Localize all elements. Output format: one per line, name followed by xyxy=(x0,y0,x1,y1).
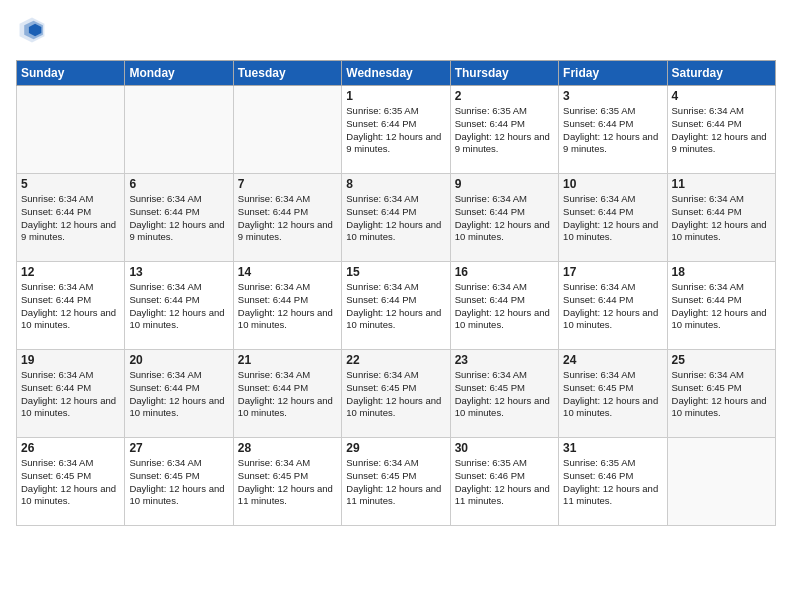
table-row xyxy=(125,86,233,174)
calendar-week-row: 5Sunrise: 6:34 AMSunset: 6:44 PMDaylight… xyxy=(17,174,776,262)
cell-info: Sunrise: 6:34 AMSunset: 6:44 PMDaylight:… xyxy=(346,193,445,244)
day-number: 23 xyxy=(455,353,554,367)
logo-icon xyxy=(18,16,46,44)
day-number: 11 xyxy=(672,177,771,191)
day-number: 1 xyxy=(346,89,445,103)
day-number: 6 xyxy=(129,177,228,191)
table-row xyxy=(17,86,125,174)
col-wednesday: Wednesday xyxy=(342,61,450,86)
table-row: 16Sunrise: 6:34 AMSunset: 6:44 PMDayligh… xyxy=(450,262,558,350)
day-number: 14 xyxy=(238,265,337,279)
cell-info: Sunrise: 6:34 AMSunset: 6:44 PMDaylight:… xyxy=(563,193,662,244)
table-row xyxy=(667,438,775,526)
table-row: 9Sunrise: 6:34 AMSunset: 6:44 PMDaylight… xyxy=(450,174,558,262)
col-monday: Monday xyxy=(125,61,233,86)
day-number: 17 xyxy=(563,265,662,279)
cell-info: Sunrise: 6:35 AMSunset: 6:44 PMDaylight:… xyxy=(563,105,662,156)
cell-info: Sunrise: 6:34 AMSunset: 6:44 PMDaylight:… xyxy=(455,281,554,332)
cell-info: Sunrise: 6:34 AMSunset: 6:44 PMDaylight:… xyxy=(129,281,228,332)
cell-info: Sunrise: 6:34 AMSunset: 6:44 PMDaylight:… xyxy=(129,193,228,244)
cell-info: Sunrise: 6:34 AMSunset: 6:44 PMDaylight:… xyxy=(238,369,337,420)
day-number: 26 xyxy=(21,441,120,455)
day-number: 5 xyxy=(21,177,120,191)
cell-info: Sunrise: 6:35 AMSunset: 6:46 PMDaylight:… xyxy=(455,457,554,508)
cell-info: Sunrise: 6:34 AMSunset: 6:44 PMDaylight:… xyxy=(129,369,228,420)
cell-info: Sunrise: 6:34 AMSunset: 6:45 PMDaylight:… xyxy=(672,369,771,420)
table-row: 4Sunrise: 6:34 AMSunset: 6:44 PMDaylight… xyxy=(667,86,775,174)
calendar-header-row: Sunday Monday Tuesday Wednesday Thursday… xyxy=(17,61,776,86)
table-row: 30Sunrise: 6:35 AMSunset: 6:46 PMDayligh… xyxy=(450,438,558,526)
day-number: 27 xyxy=(129,441,228,455)
col-friday: Friday xyxy=(559,61,667,86)
day-number: 21 xyxy=(238,353,337,367)
page-header xyxy=(16,16,776,48)
cell-info: Sunrise: 6:35 AMSunset: 6:44 PMDaylight:… xyxy=(346,105,445,156)
day-number: 29 xyxy=(346,441,445,455)
cell-info: Sunrise: 6:34 AMSunset: 6:44 PMDaylight:… xyxy=(238,193,337,244)
table-row xyxy=(233,86,341,174)
table-row: 19Sunrise: 6:34 AMSunset: 6:44 PMDayligh… xyxy=(17,350,125,438)
logo xyxy=(16,16,50,48)
calendar-table: Sunday Monday Tuesday Wednesday Thursday… xyxy=(16,60,776,526)
table-row: 27Sunrise: 6:34 AMSunset: 6:45 PMDayligh… xyxy=(125,438,233,526)
day-number: 15 xyxy=(346,265,445,279)
day-number: 31 xyxy=(563,441,662,455)
cell-info: Sunrise: 6:34 AMSunset: 6:45 PMDaylight:… xyxy=(563,369,662,420)
day-number: 8 xyxy=(346,177,445,191)
table-row: 24Sunrise: 6:34 AMSunset: 6:45 PMDayligh… xyxy=(559,350,667,438)
day-number: 22 xyxy=(346,353,445,367)
cell-info: Sunrise: 6:35 AMSunset: 6:44 PMDaylight:… xyxy=(455,105,554,156)
day-number: 4 xyxy=(672,89,771,103)
cell-info: Sunrise: 6:34 AMSunset: 6:44 PMDaylight:… xyxy=(455,193,554,244)
day-number: 9 xyxy=(455,177,554,191)
cell-info: Sunrise: 6:34 AMSunset: 6:44 PMDaylight:… xyxy=(563,281,662,332)
col-tuesday: Tuesday xyxy=(233,61,341,86)
day-number: 19 xyxy=(21,353,120,367)
day-number: 12 xyxy=(21,265,120,279)
cell-info: Sunrise: 6:35 AMSunset: 6:46 PMDaylight:… xyxy=(563,457,662,508)
cell-info: Sunrise: 6:34 AMSunset: 6:44 PMDaylight:… xyxy=(346,281,445,332)
table-row: 22Sunrise: 6:34 AMSunset: 6:45 PMDayligh… xyxy=(342,350,450,438)
table-row: 31Sunrise: 6:35 AMSunset: 6:46 PMDayligh… xyxy=(559,438,667,526)
table-row: 5Sunrise: 6:34 AMSunset: 6:44 PMDaylight… xyxy=(17,174,125,262)
day-number: 18 xyxy=(672,265,771,279)
cell-info: Sunrise: 6:34 AMSunset: 6:45 PMDaylight:… xyxy=(346,369,445,420)
cell-info: Sunrise: 6:34 AMSunset: 6:44 PMDaylight:… xyxy=(21,369,120,420)
table-row: 29Sunrise: 6:34 AMSunset: 6:45 PMDayligh… xyxy=(342,438,450,526)
table-row: 14Sunrise: 6:34 AMSunset: 6:44 PMDayligh… xyxy=(233,262,341,350)
table-row: 12Sunrise: 6:34 AMSunset: 6:44 PMDayligh… xyxy=(17,262,125,350)
table-row: 18Sunrise: 6:34 AMSunset: 6:44 PMDayligh… xyxy=(667,262,775,350)
calendar-week-row: 1Sunrise: 6:35 AMSunset: 6:44 PMDaylight… xyxy=(17,86,776,174)
day-number: 25 xyxy=(672,353,771,367)
table-row: 7Sunrise: 6:34 AMSunset: 6:44 PMDaylight… xyxy=(233,174,341,262)
table-row: 20Sunrise: 6:34 AMSunset: 6:44 PMDayligh… xyxy=(125,350,233,438)
table-row: 1Sunrise: 6:35 AMSunset: 6:44 PMDaylight… xyxy=(342,86,450,174)
table-row: 10Sunrise: 6:34 AMSunset: 6:44 PMDayligh… xyxy=(559,174,667,262)
table-row: 8Sunrise: 6:34 AMSunset: 6:44 PMDaylight… xyxy=(342,174,450,262)
cell-info: Sunrise: 6:34 AMSunset: 6:44 PMDaylight:… xyxy=(238,281,337,332)
cell-info: Sunrise: 6:34 AMSunset: 6:44 PMDaylight:… xyxy=(21,193,120,244)
day-number: 2 xyxy=(455,89,554,103)
table-row: 2Sunrise: 6:35 AMSunset: 6:44 PMDaylight… xyxy=(450,86,558,174)
day-number: 30 xyxy=(455,441,554,455)
cell-info: Sunrise: 6:34 AMSunset: 6:44 PMDaylight:… xyxy=(672,105,771,156)
table-row: 21Sunrise: 6:34 AMSunset: 6:44 PMDayligh… xyxy=(233,350,341,438)
table-row: 6Sunrise: 6:34 AMSunset: 6:44 PMDaylight… xyxy=(125,174,233,262)
calendar-week-row: 19Sunrise: 6:34 AMSunset: 6:44 PMDayligh… xyxy=(17,350,776,438)
cell-info: Sunrise: 6:34 AMSunset: 6:44 PMDaylight:… xyxy=(672,193,771,244)
day-number: 28 xyxy=(238,441,337,455)
day-number: 10 xyxy=(563,177,662,191)
table-row: 26Sunrise: 6:34 AMSunset: 6:45 PMDayligh… xyxy=(17,438,125,526)
table-row: 11Sunrise: 6:34 AMSunset: 6:44 PMDayligh… xyxy=(667,174,775,262)
cell-info: Sunrise: 6:34 AMSunset: 6:44 PMDaylight:… xyxy=(21,281,120,332)
table-row: 25Sunrise: 6:34 AMSunset: 6:45 PMDayligh… xyxy=(667,350,775,438)
day-number: 7 xyxy=(238,177,337,191)
day-number: 24 xyxy=(563,353,662,367)
cell-info: Sunrise: 6:34 AMSunset: 6:45 PMDaylight:… xyxy=(455,369,554,420)
calendar-week-row: 12Sunrise: 6:34 AMSunset: 6:44 PMDayligh… xyxy=(17,262,776,350)
day-number: 16 xyxy=(455,265,554,279)
table-row: 17Sunrise: 6:34 AMSunset: 6:44 PMDayligh… xyxy=(559,262,667,350)
table-row: 23Sunrise: 6:34 AMSunset: 6:45 PMDayligh… xyxy=(450,350,558,438)
cell-info: Sunrise: 6:34 AMSunset: 6:45 PMDaylight:… xyxy=(346,457,445,508)
cell-info: Sunrise: 6:34 AMSunset: 6:45 PMDaylight:… xyxy=(238,457,337,508)
